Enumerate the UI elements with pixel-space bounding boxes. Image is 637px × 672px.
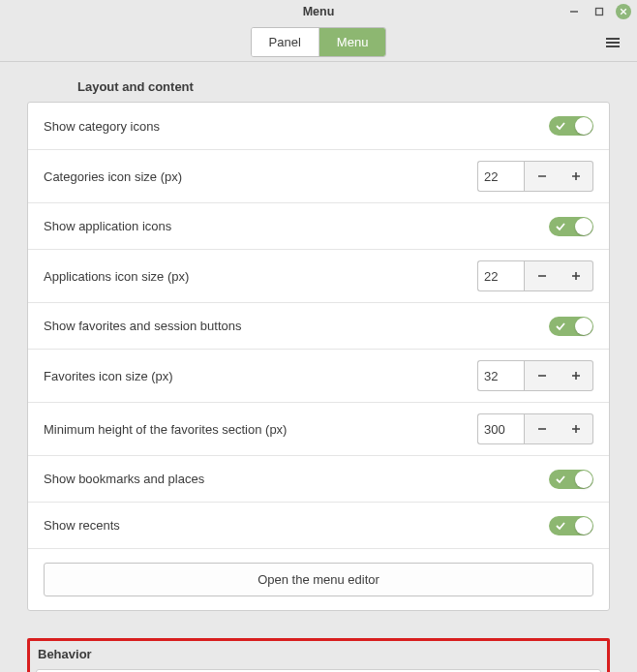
- close-button[interactable]: [616, 4, 631, 19]
- content: Layout and content Show category icons C…: [0, 62, 637, 672]
- toggle-show-category-icons[interactable]: [549, 116, 593, 136]
- hamburger-menu-button[interactable]: [602, 32, 623, 53]
- increase-favorites-min-height[interactable]: [559, 413, 593, 444]
- label-applications-icon-size: Applications icon size (px): [44, 269, 477, 284]
- section-behavior: Behavior Enable autoscrolling in applica…: [27, 638, 610, 672]
- label-show-category-icons: Show category icons: [44, 119, 549, 134]
- increase-favorites-icon-size[interactable]: [559, 360, 593, 391]
- toggle-show-bookmarks[interactable]: [549, 470, 593, 489]
- spinner-categories-icon-size: [477, 161, 593, 192]
- row-show-favorites: Show favorites and session buttons: [28, 302, 609, 349]
- row-show-recents: Show recents: [28, 502, 609, 548]
- row-favorites-min-height: Minimum height of the favorites section …: [28, 402, 609, 455]
- input-categories-icon-size[interactable]: [477, 161, 524, 192]
- decrease-categories-icon-size[interactable]: [524, 161, 559, 192]
- row-open-menu-editor: Open the menu editor: [28, 548, 609, 610]
- minimize-button[interactable]: [565, 3, 583, 20]
- label-show-favorites: Show favorites and session buttons: [44, 319, 549, 333]
- decrease-applications-icon-size[interactable]: [524, 260, 559, 291]
- spinner-favorites-icon-size: [477, 360, 593, 391]
- tab-panel[interactable]: Panel: [252, 28, 318, 56]
- panel-layout: Show category icons Categories icon size…: [27, 102, 610, 611]
- increase-applications-icon-size[interactable]: [559, 260, 593, 291]
- input-favorites-min-height[interactable]: [477, 413, 524, 444]
- label-show-application-icons: Show application icons: [44, 219, 549, 233]
- open-menu-editor-button[interactable]: Open the menu editor: [44, 563, 593, 596]
- svg-rect-1: [596, 9, 603, 15]
- window-title: Menu: [303, 5, 335, 18]
- row-show-category-icons: Show category icons: [28, 103, 609, 149]
- tab-group: Panel Menu: [251, 27, 387, 57]
- label-show-recents: Show recents: [44, 518, 549, 533]
- row-applications-icon-size: Applications icon size (px): [28, 249, 609, 302]
- input-favorites-icon-size[interactable]: [477, 360, 524, 391]
- toggle-show-application-icons[interactable]: [549, 217, 593, 236]
- spinner-favorites-min-height: [477, 413, 593, 444]
- section-title-layout: Layout and content: [77, 79, 610, 94]
- label-show-bookmarks: Show bookmarks and places: [44, 472, 549, 486]
- row-categories-icon-size: Categories icon size (px): [28, 149, 609, 202]
- row-show-application-icons: Show application icons: [28, 202, 609, 249]
- section-title-behavior: Behavior: [38, 647, 607, 661]
- increase-categories-icon-size[interactable]: [559, 161, 593, 192]
- input-applications-icon-size[interactable]: [477, 260, 524, 291]
- decrease-favorites-icon-size[interactable]: [524, 360, 559, 391]
- titlebar: Menu: [0, 0, 637, 23]
- label-categories-icon-size: Categories icon size (px): [44, 169, 477, 184]
- spinner-applications-icon-size: [477, 260, 593, 291]
- section-layout: Layout and content Show category icons C…: [27, 79, 610, 611]
- tab-menu[interactable]: Menu: [318, 28, 386, 56]
- decrease-favorites-min-height[interactable]: [524, 413, 559, 444]
- row-favorites-icon-size: Favorites icon size (px): [28, 349, 609, 402]
- row-show-bookmarks: Show bookmarks and places: [28, 455, 609, 502]
- label-favorites-icon-size: Favorites icon size (px): [44, 369, 477, 383]
- toolbar: Panel Menu: [0, 23, 637, 62]
- maximize-button[interactable]: [591, 3, 608, 20]
- label-favorites-min-height: Minimum height of the favorites section …: [44, 422, 477, 437]
- toggle-show-recents[interactable]: [549, 516, 593, 535]
- window-controls: [565, 0, 631, 23]
- toggle-show-favorites[interactable]: [549, 317, 593, 336]
